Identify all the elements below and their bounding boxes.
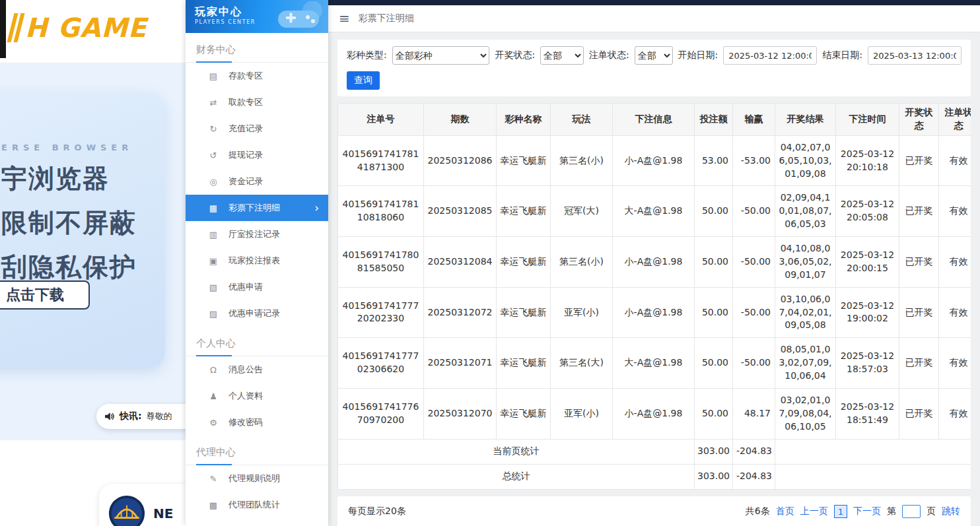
recharge-record-icon: ↻ [208, 124, 219, 134]
promo-apply-icon: ▧ [208, 282, 219, 292]
cell-draw-result: 03,02,01,07,09,08,04,06,10,05 [775, 388, 836, 439]
cell-lottery-name: 幸运飞艇新 [497, 237, 551, 288]
start-date-input[interactable] [723, 46, 817, 65]
bet-table-body: 40156917417814187130020250312086幸运飞艇新第三名… [338, 135, 971, 489]
cell-win-loss: -50.00 [733, 186, 775, 237]
draw-status-label: 开奖状态: [495, 49, 535, 61]
cell-win-loss: -50.00 [733, 338, 775, 389]
cell-lottery-name: 幸运飞艇新 [497, 186, 551, 237]
sidebar-item-label: 修改密码 [228, 416, 263, 428]
summary-bet-total: 303.00 [695, 464, 733, 489]
sidebar-item-lottery-bet-details[interactable]: ▦彩票下注明细› [186, 195, 328, 221]
end-date-input[interactable] [868, 46, 962, 65]
first-page-link[interactable]: 首页 [776, 506, 794, 517]
sidebar-item-agent-team-stats[interactable]: ▩代理团队统计 [186, 492, 328, 518]
cell-bet-status: 有效 [939, 186, 971, 237]
column-header: 开奖状态 [899, 104, 939, 136]
cell-bet-time: 2025-03-12 19:00:02 [836, 287, 899, 338]
sidebar-item-announcements[interactable]: Ω消息公告 [186, 356, 328, 383]
bet-status-select[interactable]: 全部 [635, 46, 673, 65]
cell-bet-info: 大-A盘@1.98 [613, 338, 695, 389]
sidebar-item-label: 代理团队统计 [228, 499, 280, 511]
news-ticker: 快讯: 尊敬的 [96, 404, 186, 429]
cell-draw-result: 08,05,01,03,02,07,09,10,06,04 [775, 338, 836, 389]
lottery-type-select[interactable]: 全部彩种 [392, 46, 490, 65]
sidebar-section-title: 财务中心 [186, 33, 328, 63]
sidebar-item-promo-apply[interactable]: ▧优惠申请 [186, 274, 328, 300]
cell-bet-amount: 53.00 [695, 135, 733, 186]
cell-bet-id: 401569174177670970200 [338, 388, 424, 439]
withdrawal-record-icon: ↺ [208, 150, 219, 160]
summary-empty [775, 464, 971, 489]
sidebar-item-label: 充值记录 [228, 123, 263, 135]
sidebar-item-promo-apply-records[interactable]: ▨优惠申请记录 [186, 300, 328, 327]
topbar: ≡ 彩票下注明细 [328, 5, 980, 32]
sidebar-item-label: 存款专区 [228, 70, 263, 82]
sidebar-item-hall-bet-records[interactable]: ▥厅室投注记录 [186, 221, 328, 247]
sidebar-item-label: 代理规则说明 [228, 473, 280, 484]
sidebar-item-label: 提现记录 [228, 149, 263, 161]
cell-bet-info: 小-A盘@1.98 [613, 287, 695, 338]
download-button[interactable]: 点击下载 [0, 280, 90, 310]
next-page-link[interactable]: 下一页 [853, 506, 881, 517]
cell-period: 20250312072 [424, 287, 497, 338]
summary-empty [775, 439, 971, 464]
bell-icon: Ω [208, 365, 219, 375]
sidebar-item-label: 玩家投注报表 [228, 255, 280, 267]
hamburger-menu-icon[interactable]: ≡ [339, 12, 350, 25]
cell-period: 20250312085 [424, 186, 497, 237]
query-button[interactable]: 查询 [347, 71, 380, 90]
sidebar-item-profile[interactable]: ♟个人资料 [186, 383, 328, 409]
sidebar-item-recharge-records[interactable]: ↻充值记录 [186, 115, 328, 142]
sidebar-item-withdraw-zone[interactable]: ⇄取款专区 [186, 89, 328, 115]
cell-period: 20250312086 [424, 135, 497, 186]
sidebar-item-label: 厅室投注记录 [228, 228, 280, 240]
cell-bet-info: 小-A盘@1.98 [613, 135, 695, 186]
page-jump-input[interactable] [902, 505, 921, 518]
cell-period: 20250312084 [424, 237, 497, 288]
sidebar-item-agent-rules[interactable]: ✎代理规则说明 [186, 465, 328, 492]
draw-status-select[interactable]: 全部 [540, 46, 584, 65]
sidebar-item-funds-records[interactable]: ◎资金记录 [186, 168, 328, 195]
banner-tagline: ERSE BROWSER [1, 143, 160, 152]
column-header: 注单状态 [939, 104, 971, 136]
sidebar-item-label: 消息公告 [228, 364, 263, 376]
cell-bet-id: 401569174177702306620 [338, 338, 424, 389]
table-row: 40156917417767097020020250312070幸运飞艇新亚军(… [338, 388, 971, 439]
jump-button[interactable]: 跳转 [942, 506, 960, 517]
table-row: 40156917417808158505020250312084幸运飞艇新第三名… [338, 237, 971, 288]
summary-label: 总统计 [338, 464, 695, 489]
cell-bet-id: 401569174177720202330 [338, 287, 424, 338]
logo-bars-decoration [11, 13, 21, 42]
sidebar-item-deposit-zone[interactable]: ▤存款专区 [186, 63, 328, 89]
team-card: NE [99, 484, 186, 526]
top-strip [328, 0, 980, 5]
cell-draw-result: 04,02,07,06,05,10,03,01,09,08 [775, 135, 836, 186]
sidebar-item-change-password[interactable]: ⚙修改密码 [186, 409, 328, 436]
jump-suffix: 页 [927, 506, 936, 517]
summary-win-loss-total: -204.83 [733, 464, 775, 489]
sidebar-item-label: 个人资料 [228, 390, 263, 402]
hall-bet-icon: ▥ [208, 230, 219, 240]
content-area: 彩种类型: 全部彩种 开奖状态: 全部 注单状态: 全部 开始日期: 结束日期:… [328, 32, 980, 526]
pagination-bar: 每页显示20条 共6条 首页 上一页 1 下一页 第 页 跳转 [337, 496, 971, 526]
sidebar-item-withdrawal-records[interactable]: ↺提现记录 [186, 142, 328, 168]
prev-page-link[interactable]: 上一页 [800, 506, 828, 517]
doc-icon: ✎ [208, 474, 219, 484]
current-page[interactable]: 1 [834, 505, 847, 518]
column-header: 投注额 [695, 104, 733, 136]
table-row: 40156917417772020233020250312072幸运飞艇新亚军(… [338, 287, 971, 338]
promo-banner: ERSE BROWSER 宇浏览器 限制不屏蔽 刮隐私保护 点击下载 [0, 92, 165, 368]
cell-play-type: 第三名(小) [551, 135, 613, 186]
end-date-label: 结束日期: [822, 49, 862, 61]
cell-period: 20250312070 [424, 388, 497, 439]
page-size-text: 每页显示20条 [348, 506, 406, 517]
cell-bet-time: 2025-03-12 20:00:15 [836, 237, 899, 288]
cell-win-loss: -53.00 [733, 135, 775, 186]
sidebar-item-label: 优惠申请记录 [228, 308, 280, 319]
lottery-type-label: 彩种类型: [347, 49, 387, 61]
lottery-detail-icon: ▦ [208, 203, 219, 213]
banner-headline-2: 限制不屏蔽 [1, 205, 160, 241]
ticker-label: 快讯: [120, 411, 142, 422]
sidebar-item-player-bet-report[interactable]: ▣玩家投注报表 [186, 247, 328, 274]
